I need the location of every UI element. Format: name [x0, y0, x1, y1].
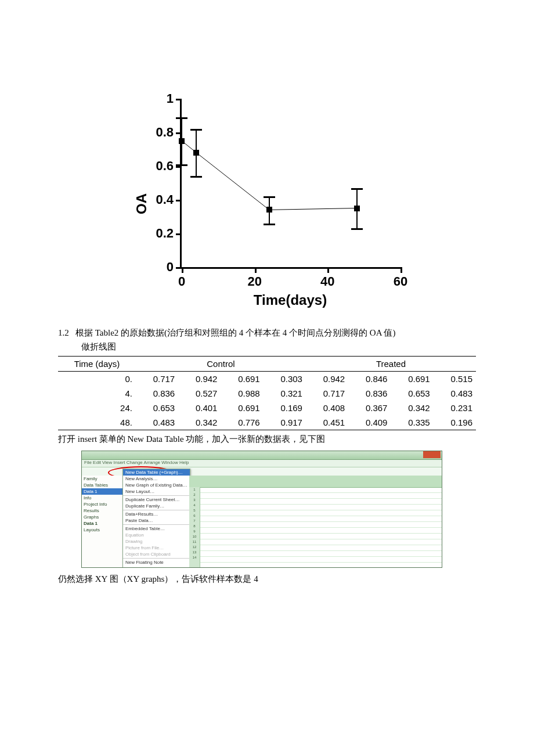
ytick-label: 1	[167, 91, 174, 106]
section-text: 根据 Table2 的原始数据(治疗组和对照组的 4 个样本在 4 个时间点分别…	[75, 328, 395, 337]
section-1-2: 1.2 根据 Table2 的原始数据(治疗组和对照组的 4 个样本在 4 个时…	[58, 326, 476, 354]
ytick-label: 0.4	[156, 192, 174, 207]
menu-item[interactable]: Paste Data…	[123, 517, 190, 524]
menu-item[interactable]: New Analysis…	[123, 476, 190, 482]
col-time: Time (days)	[58, 357, 136, 372]
body-text-2: 仍然选择 XY 图（XY graphs），告诉软件样本数是 4	[58, 574, 476, 585]
prism-navigator[interactable]: Family Data Tables Data 1 Info Project I…	[82, 476, 123, 567]
prism-row-numbers: 1234567891011121314	[189, 487, 200, 567]
col-control: Control	[136, 357, 306, 372]
menu-item: Equation	[123, 532, 190, 538]
section-number: 1.2	[58, 328, 69, 337]
data-point	[193, 150, 199, 156]
menu-item[interactable]: Data+Results…	[123, 511, 190, 517]
section-text-cont: 做折线图	[81, 340, 476, 354]
menu-item: Drawing	[123, 538, 190, 545]
xtick-label: 60	[394, 274, 407, 289]
menu-item-new-data-table[interactable]: New Data Table (+Graph)…	[123, 469, 190, 476]
data-point	[354, 206, 360, 211]
data-point	[179, 138, 185, 144]
ytick-label: 0	[167, 260, 174, 275]
menu-item[interactable]: Duplicate Family…	[123, 503, 190, 509]
xtick-label: 20	[247, 274, 261, 289]
data-point	[266, 207, 272, 213]
ytick-label: 0.8	[156, 125, 174, 140]
ytick-label: 0.2	[156, 226, 174, 241]
xtick-label: 40	[320, 274, 334, 289]
y-axis-label: OA	[134, 193, 150, 214]
series-line	[182, 99, 400, 267]
oa-data-table: Time (days) Control Treated 0. 0.7170.94…	[58, 356, 476, 430]
prism-screenshot: File Edit View Insert Change Arrange Win…	[81, 451, 442, 568]
oa-time-chart: OA 1 0.8 0.6 0.4 0.2 0 0 20 40 60	[134, 99, 400, 308]
menu-item[interactable]: New Graph of Existing Data…	[123, 482, 190, 488]
menu-item[interactable]: Duplicate Current Sheet…	[123, 496, 190, 503]
x-axis-label: Time(days)	[180, 292, 400, 308]
table-row: 0. 0.7170.9420.6910.303 0.9420.8460.6910…	[58, 372, 476, 387]
menu-item: Object from Clipboard	[123, 551, 190, 557]
table-row: 24. 0.6530.4010.6910.169 0.4080.3670.342…	[58, 401, 476, 415]
plot-area: 1 0.8 0.6 0.4 0.2 0 0 20 40 60	[180, 99, 400, 269]
body-text-1: 打开 insert 菜单的 New Data Table 功能，加入一张新的数据…	[58, 434, 476, 445]
prism-titlebar	[82, 451, 442, 460]
menu-item: Picture from File…	[123, 545, 190, 551]
menu-item[interactable]: Embedded Table…	[123, 525, 190, 532]
insert-menu-dropdown[interactable]: New Data Table (+Graph)… New Analysis… N…	[122, 469, 190, 568]
menu-item[interactable]: New Floating Note	[123, 559, 190, 566]
col-treated: Treated	[306, 357, 476, 372]
menu-item[interactable]: New Layout…	[123, 488, 190, 495]
ytick-label: 0.6	[156, 159, 174, 174]
xtick-label: 0	[178, 274, 185, 289]
table-row: 48. 0.4830.3420.7760.917 0.4510.4090.335…	[58, 415, 476, 430]
menu-item: Graph Index…	[123, 566, 190, 568]
close-icon[interactable]	[423, 451, 441, 458]
prism-data-grid[interactable]	[189, 476, 442, 567]
table-row: 4. 0.8360.5270.9880.321 0.7170.8360.6530…	[58, 386, 476, 401]
